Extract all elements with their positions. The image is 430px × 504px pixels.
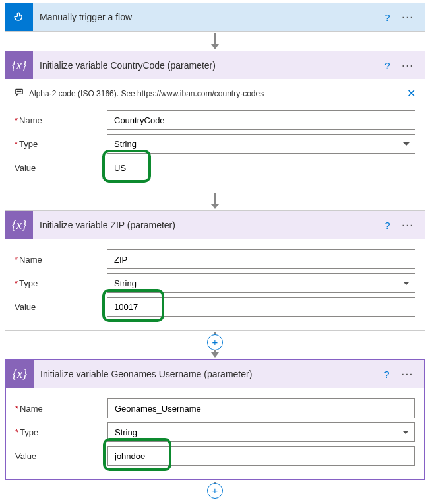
var1-body: Alpha-2 code (ISO 3166). See https://www…: [5, 79, 425, 191]
var3-title: Initialize variable Geonames Username (p…: [40, 369, 375, 379]
name-label: Name: [15, 404, 108, 414]
svg-point-1: [17, 91, 18, 92]
connector-with-add: +: [3, 332, 427, 358]
var2-header[interactable]: {x} Initialize variable ZIP (parameter) …: [5, 211, 425, 239]
var3-name-input[interactable]: [108, 398, 415, 418]
type-label: Type: [15, 139, 107, 149]
variable-icon: {x}: [5, 51, 33, 79]
var1-name-input[interactable]: [107, 110, 415, 130]
variable-icon: {x}: [5, 211, 33, 239]
add-step-button[interactable]: +: [207, 334, 223, 350]
connector-with-add: +: [3, 482, 427, 496]
type-label: Type: [15, 278, 107, 288]
init-var-geonames-card: {x} Initialize variable Geonames Usernam…: [5, 359, 425, 480]
value-label: Value: [15, 451, 108, 461]
connector-arrow: [3, 193, 427, 209]
trigger-title: Manually trigger a flow: [40, 12, 375, 22]
menu-icon[interactable]: ···: [399, 218, 417, 232]
menu-icon[interactable]: ···: [398, 367, 416, 381]
var2-title: Initialize variable ZIP (parameter): [40, 220, 375, 230]
trigger-card: Manually trigger a flow ? ···: [5, 3, 425, 32]
menu-icon[interactable]: ···: [399, 59, 417, 73]
type-label: Type: [15, 427, 108, 437]
var1-note-text: Alpha-2 code (ISO 3166). See https://www…: [29, 89, 264, 98]
svg-point-2: [18, 91, 19, 92]
var2-name-input[interactable]: [107, 249, 415, 269]
variable-icon: {x}: [6, 360, 34, 388]
name-label: Name: [15, 115, 107, 125]
add-step-button[interactable]: +: [207, 483, 223, 499]
var1-value-input[interactable]: [107, 158, 415, 177]
help-icon[interactable]: ?: [382, 11, 392, 24]
help-icon[interactable]: ?: [382, 59, 392, 73]
trigger-header[interactable]: Manually trigger a flow ? ···: [5, 3, 425, 31]
comment-icon: [15, 88, 24, 99]
var3-body: Name Type Value: [6, 388, 424, 479]
svg-point-3: [20, 91, 21, 92]
menu-icon[interactable]: ···: [399, 11, 417, 24]
init-var-zip-card: {x} Initialize variable ZIP (parameter) …: [5, 210, 425, 331]
var2-type-select[interactable]: [107, 273, 415, 293]
value-label: Value: [15, 302, 107, 312]
init-var-countrycode-card: {x} Initialize variable CountryCode (par…: [5, 51, 425, 191]
close-icon[interactable]: ✕: [407, 87, 415, 100]
help-icon[interactable]: ?: [381, 367, 392, 381]
var1-note-row: Alpha-2 code (ISO 3166). See https://www…: [15, 86, 415, 106]
var3-value-input[interactable]: [108, 446, 415, 466]
value-label: Value: [15, 163, 107, 173]
var1-header[interactable]: {x} Initialize variable CountryCode (par…: [5, 51, 425, 79]
connector-arrow: [3, 33, 427, 49]
var2-value-input[interactable]: [107, 297, 415, 317]
var3-type-select[interactable]: [108, 422, 415, 442]
name-label: Name: [15, 255, 107, 265]
touch-icon: [5, 3, 33, 31]
var1-title: Initialize variable CountryCode (paramet…: [40, 60, 375, 71]
help-icon[interactable]: ?: [382, 218, 392, 232]
var1-type-select[interactable]: [107, 134, 415, 154]
var3-header[interactable]: {x} Initialize variable Geonames Usernam…: [6, 360, 424, 388]
var2-body: Name Type Value: [5, 239, 425, 330]
